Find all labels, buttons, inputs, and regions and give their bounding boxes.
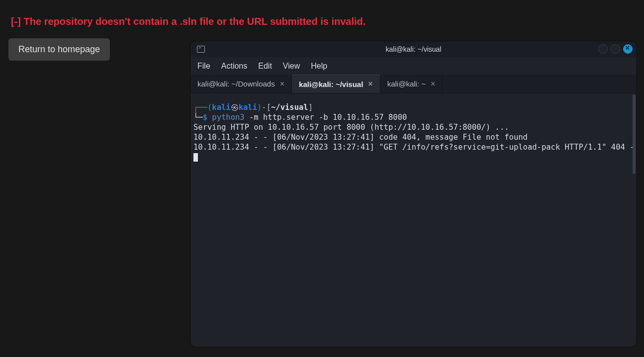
scrollbar[interactable] <box>632 93 637 347</box>
tab-home[interactable]: kali@kali: ~ × <box>380 75 443 93</box>
command-args: -m http.server -b 10.10.16.57 8000 <box>249 113 407 122</box>
window-controls <box>598 44 633 54</box>
return-homepage-button[interactable]: Return to homepage <box>8 38 110 61</box>
terminal-output: Serving HTTP on 10.10.16.57 port 8000 (h… <box>193 123 635 152</box>
maximize-button[interactable] <box>611 44 620 54</box>
command: python3 <box>212 113 244 122</box>
terminal-body[interactable]: ┌──(kali㉿kali)-[~/visual] └─$ python3 -m… <box>190 93 637 347</box>
prompt-path: ~/visual <box>271 103 308 112</box>
terminal-window: kali@kali: ~/visual File Actions Edit Vi… <box>190 41 637 347</box>
error-message: [-] The repository doesn't contain a .sl… <box>0 0 644 27</box>
menu-file[interactable]: File <box>197 62 210 71</box>
tab-label: kali@kali: ~ <box>387 80 426 88</box>
prompt-user: kali <box>212 103 230 112</box>
menu-help[interactable]: Help <box>311 62 327 71</box>
window-title: kali@kali: ~/visual <box>190 45 637 53</box>
tabbar: kali@kali: ~/Downloads × kali@kali: ~/vi… <box>190 75 637 93</box>
close-icon[interactable]: × <box>368 80 372 89</box>
menu-edit[interactable]: Edit <box>258 62 272 71</box>
menubar: File Actions Edit View Help <box>190 57 637 75</box>
minimize-button[interactable] <box>598 44 608 54</box>
close-icon[interactable]: × <box>280 80 284 89</box>
tab-label: kali@kali: ~/Downloads <box>197 80 275 88</box>
titlebar[interactable]: kali@kali: ~/visual <box>190 41 637 57</box>
close-button[interactable] <box>623 44 633 54</box>
menu-actions[interactable]: Actions <box>221 62 247 71</box>
menu-view[interactable]: View <box>283 62 300 71</box>
scrollbar-thumb[interactable] <box>633 94 636 174</box>
prompt-host: kali <box>239 103 257 112</box>
tab-label: kali@kali: ~/visual <box>299 80 363 89</box>
tab-downloads[interactable]: kali@kali: ~/Downloads × <box>190 75 292 93</box>
tab-visual[interactable]: kali@kali: ~/visual × <box>292 75 380 93</box>
close-icon[interactable]: × <box>431 80 435 89</box>
cursor <box>193 153 198 162</box>
